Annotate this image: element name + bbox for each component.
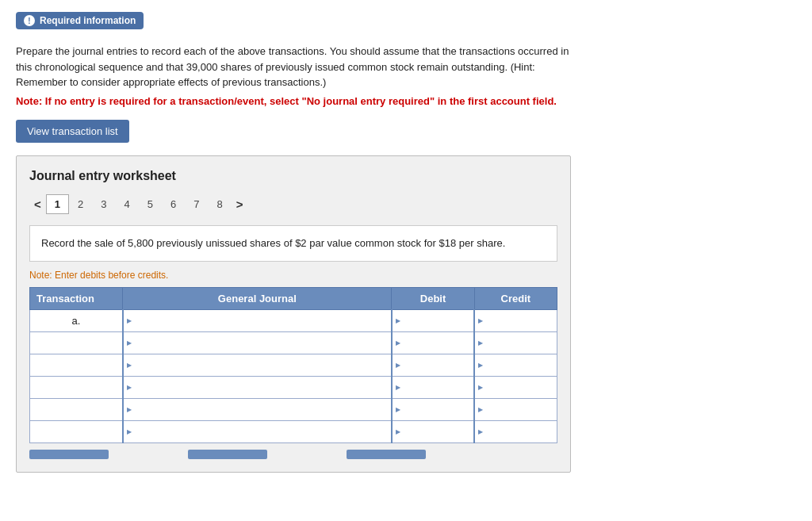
general-journal-cell-5[interactable] bbox=[123, 398, 392, 420]
transaction-description-text: Record the sale of 5,800 previously unis… bbox=[41, 236, 546, 251]
tab-8[interactable]: 8 bbox=[208, 194, 231, 214]
transaction-description-box: Record the sale of 5,800 previously unis… bbox=[29, 225, 557, 262]
description-block: Prepare the journal entries to record ea… bbox=[16, 44, 587, 109]
credit-cell-6[interactable] bbox=[474, 420, 557, 442]
debit-cell-5[interactable] bbox=[392, 398, 474, 420]
required-badge: ! Required information bbox=[16, 12, 144, 29]
info-icon: ! bbox=[24, 15, 35, 26]
tab-3[interactable]: 3 bbox=[92, 194, 115, 214]
transaction-cell-5 bbox=[30, 398, 123, 420]
tab-prev-button[interactable]: < bbox=[29, 196, 46, 213]
col-header-debit: Debit bbox=[392, 287, 474, 309]
credit-cell-5[interactable] bbox=[474, 398, 557, 420]
credit-cell-4[interactable] bbox=[474, 376, 557, 398]
debit-cell-1[interactable] bbox=[392, 309, 474, 331]
tab-2[interactable]: 2 bbox=[69, 194, 92, 214]
required-badge-text: Required information bbox=[40, 15, 136, 26]
worksheet-title: Journal entry worksheet bbox=[29, 169, 557, 183]
table-row bbox=[30, 354, 557, 376]
view-transaction-list-button[interactable]: View transaction list bbox=[16, 120, 129, 143]
debit-cell-4[interactable] bbox=[392, 376, 474, 398]
transaction-cell-2 bbox=[30, 331, 123, 354]
tab-row: < 1 2 3 4 5 6 7 8 > bbox=[29, 194, 557, 214]
bottom-button-1[interactable] bbox=[29, 450, 109, 459]
table-row: a. bbox=[30, 309, 557, 331]
bottom-button-spacer-2 bbox=[275, 450, 339, 459]
credit-cell-2[interactable] bbox=[474, 331, 557, 354]
general-journal-cell-1[interactable] bbox=[123, 309, 392, 331]
journal-table: Transaction General Journal Debit Credit… bbox=[29, 287, 557, 443]
tab-5[interactable]: 5 bbox=[139, 194, 162, 214]
note-before-table: Note: Enter debits before credits. bbox=[29, 270, 557, 281]
tab-7[interactable]: 7 bbox=[185, 194, 208, 214]
transaction-cell-6 bbox=[30, 420, 123, 442]
general-journal-cell-6[interactable] bbox=[123, 420, 392, 442]
col-header-credit: Credit bbox=[474, 287, 557, 309]
tab-1[interactable]: 1 bbox=[46, 194, 69, 214]
table-row bbox=[30, 420, 557, 442]
general-journal-cell-4[interactable] bbox=[123, 376, 392, 398]
tab-6[interactable]: 6 bbox=[162, 194, 185, 214]
bottom-button-3[interactable] bbox=[347, 450, 426, 459]
general-journal-cell-3[interactable] bbox=[123, 354, 392, 376]
tab-next-button[interactable]: > bbox=[232, 196, 248, 213]
table-row bbox=[30, 331, 557, 354]
debit-cell-6[interactable] bbox=[392, 420, 474, 442]
debit-cell-2[interactable] bbox=[392, 331, 474, 354]
worksheet-container: Journal entry worksheet < 1 2 3 4 5 6 7 … bbox=[16, 155, 571, 473]
transaction-cell-1: a. bbox=[30, 309, 123, 331]
general-journal-cell-2[interactable] bbox=[123, 331, 392, 354]
transaction-cell-3 bbox=[30, 354, 123, 376]
table-row bbox=[30, 376, 557, 398]
debit-cell-3[interactable] bbox=[392, 354, 474, 376]
note-red: Note: If no entry is required for a tran… bbox=[16, 94, 587, 109]
bottom-button-spacer bbox=[117, 450, 180, 459]
main-description: Prepare the journal entries to record ea… bbox=[16, 44, 587, 90]
bottom-buttons bbox=[29, 450, 557, 459]
transaction-cell-4 bbox=[30, 376, 123, 398]
tab-4[interactable]: 4 bbox=[115, 194, 138, 214]
credit-cell-1[interactable] bbox=[474, 309, 557, 331]
bottom-button-2[interactable] bbox=[188, 450, 267, 459]
credit-cell-3[interactable] bbox=[474, 354, 557, 376]
col-header-transaction: Transaction bbox=[30, 287, 123, 309]
col-header-general-journal: General Journal bbox=[123, 287, 392, 309]
table-row bbox=[30, 398, 557, 420]
